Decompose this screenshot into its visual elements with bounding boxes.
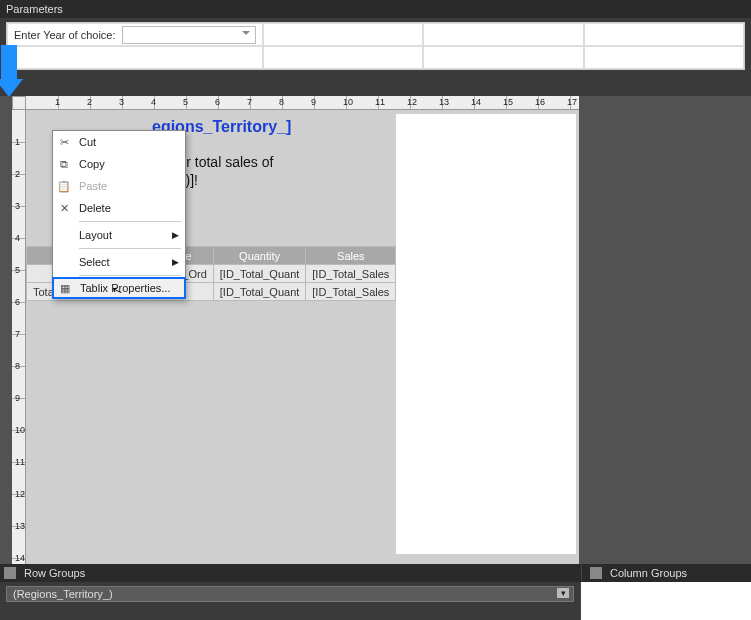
page-right-area (396, 114, 576, 554)
menu-paste: 📋 Paste (53, 175, 185, 197)
row-group-name: (Regions_Territory_) (13, 588, 113, 600)
menu-delete[interactable]: ✕ Delete (53, 197, 185, 219)
column-groups-label: Column Groups (606, 565, 691, 581)
submenu-arrow-icon: ▶ (172, 230, 179, 240)
scissors-icon: ✂ (57, 135, 71, 149)
param-cell-empty[interactable] (263, 46, 423, 69)
menu-separator (79, 248, 181, 249)
annotation-arrow-icon (1, 45, 23, 97)
design-surface: 1234567891011121314151617 12345678910111… (0, 96, 751, 564)
row-groups-icon (4, 567, 16, 579)
menu-select[interactable]: Select ▶ (53, 251, 185, 273)
horizontal-ruler: 1234567891011121314151617 (26, 96, 579, 110)
parameters-grid: Enter Year of choice: (6, 22, 745, 70)
menu-select-label: Select (79, 256, 110, 268)
menu-paste-label: Paste (79, 180, 107, 192)
row-group-item[interactable]: (Regions_Territory_) (6, 586, 574, 602)
menu-cut-label: Cut (79, 136, 96, 148)
menu-tablix-label: Tablix Properties... (80, 282, 170, 294)
param-cell-year: Enter Year of choice: (7, 23, 263, 46)
menu-separator (79, 221, 181, 222)
param-cell-empty[interactable] (423, 46, 583, 69)
tablix-icon: ▦ (58, 281, 72, 295)
param-cell-empty[interactable] (423, 23, 583, 46)
menu-separator (79, 275, 181, 276)
menu-layout-label: Layout (79, 229, 112, 241)
row-groups-label: Row Groups (20, 565, 89, 581)
parameters-panel-header: Parameters (0, 0, 751, 18)
column-groups-body[interactable] (580, 582, 751, 620)
groups-body: (Regions_Territory_) (0, 582, 751, 620)
param-cell-empty[interactable] (584, 23, 744, 46)
menu-copy[interactable]: ⧉ Copy (53, 153, 185, 175)
column-groups-section: Column Groups (581, 565, 751, 581)
delete-icon: ✕ (57, 201, 71, 215)
param-cell-empty[interactable] (263, 23, 423, 46)
context-menu: ✂ Cut ⧉ Copy 📋 Paste ✕ Delete Layout ▶ (52, 130, 186, 299)
param-label-year: Enter Year of choice: (14, 29, 116, 41)
param-dropdown-year[interactable] (122, 26, 256, 44)
param-cell-empty[interactable] (584, 46, 744, 69)
parameters-title: Parameters (6, 3, 63, 15)
menu-tablix-properties[interactable]: ▦ Tablix Properties... ↖ (52, 277, 186, 299)
column-groups-icon (590, 567, 602, 579)
copy-icon: ⧉ (57, 157, 71, 171)
paste-icon: 📋 (57, 179, 71, 193)
param-cell-empty[interactable] (7, 46, 263, 69)
submenu-arrow-icon: ▶ (172, 257, 179, 267)
menu-copy-label: Copy (79, 158, 105, 170)
menu-cut[interactable]: ✂ Cut (53, 131, 185, 153)
report-canvas[interactable]: ✂ Cut ⧉ Copy 📋 Paste ✕ Delete Layout ▶ (26, 110, 579, 564)
menu-delete-label: Delete (79, 202, 111, 214)
menu-layout[interactable]: Layout ▶ (53, 224, 185, 246)
ruler-corner (12, 96, 26, 110)
vertical-ruler: 1234567891011121314 (12, 110, 26, 564)
groups-toolbar: Row Groups Column Groups (0, 564, 751, 582)
